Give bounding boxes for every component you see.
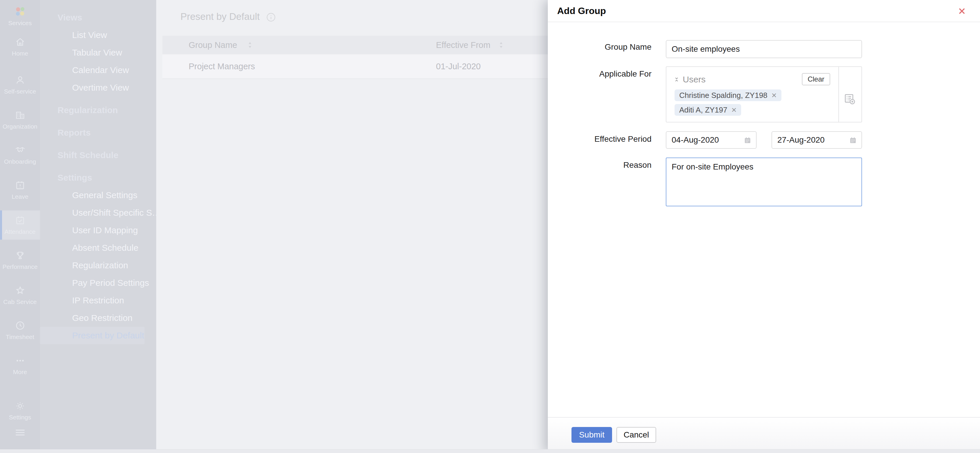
drawer-header: Add Group: [548, 0, 980, 22]
rail-item-services[interactable]: Services: [0, 2, 40, 31]
user-chip: Aditi A, ZY197 ×: [675, 104, 741, 116]
sidenav-header-reports[interactable]: Reports: [40, 124, 156, 142]
sidenav-item-user-id-mapping[interactable]: User ID Mapping: [40, 222, 156, 239]
sort-icon[interactable]: [498, 41, 504, 49]
sidenav-item-overtime-view[interactable]: Overtime View: [40, 79, 156, 96]
rail-item-attendance[interactable]: Attendance: [0, 211, 40, 240]
group-name-input[interactable]: [666, 40, 862, 58]
user-chip-label: Aditi A, ZY197: [679, 105, 727, 115]
rail-item-self-service[interactable]: Self-service: [0, 70, 40, 99]
rail-item-home[interactable]: Home: [0, 32, 40, 61]
settings-gear-icon: [14, 400, 26, 412]
group-name-label: Group Name: [548, 42, 651, 52]
calendar-icon: [849, 136, 858, 145]
sidenav-item-pay-period-settings[interactable]: Pay Period Settings: [40, 274, 156, 292]
close-button[interactable]: [956, 5, 968, 18]
services-logo-icon: [14, 6, 26, 17]
close-icon: [957, 6, 967, 16]
sidenav-header-shift-schedule[interactable]: Shift Schedule: [40, 147, 156, 164]
rail-item-performance[interactable]: Performance: [0, 246, 40, 275]
submit-button[interactable]: Submit: [571, 427, 612, 443]
remove-chip-icon[interactable]: ×: [732, 105, 737, 114]
rail-item-label: Performance: [2, 263, 37, 270]
clear-button[interactable]: Clear: [802, 73, 830, 85]
app-icon-rail: Services Home Self-service Organization …: [0, 0, 40, 453]
effective-period-label: Effective Period: [548, 134, 651, 144]
sidenav-item-absent-schedule[interactable]: Absent Schedule: [40, 239, 156, 257]
timesheet-icon: [14, 320, 26, 331]
rail-item-label: Settings: [9, 414, 31, 421]
rail-item-label: Organization: [3, 123, 37, 130]
sidenav-item-tabular-view[interactable]: Tabular View: [40, 44, 156, 61]
rail-item-cab-service[interactable]: Cab Service: [0, 281, 40, 310]
sidenav-item-user-shift-specific[interactable]: User/Shift Specific S…: [40, 204, 156, 222]
organization-icon: [14, 110, 26, 121]
sidenav-item-general-settings[interactable]: General Settings: [40, 187, 156, 204]
rail-item-label: Timesheet: [6, 333, 34, 340]
calendar-icon: [743, 136, 752, 145]
onboarding-icon: [14, 145, 26, 156]
collapse-menu-button[interactable]: [0, 423, 40, 442]
applicable-for-selection: Users Clear Christine Spalding, ZY198 × …: [667, 67, 839, 122]
sidenav-item-regularization[interactable]: Regularization: [40, 257, 156, 274]
performance-icon: [14, 250, 26, 261]
add-group-drawer: Add Group Group Name Applicable For User…: [548, 0, 980, 453]
rail-item-label: Onboarding: [4, 158, 36, 165]
rail-item-label: Services: [8, 19, 32, 27]
applicable-type-selector[interactable]: Users: [673, 75, 705, 85]
attendance-sidenav: Views List View Tabular View Calendar Vi…: [40, 0, 156, 453]
rail-item-label: More: [13, 368, 27, 376]
drawer-title: Add Group: [557, 6, 606, 16]
info-icon[interactable]: [266, 12, 277, 23]
sidenav-item-geo-restriction[interactable]: Geo Restriction: [40, 309, 156, 327]
sidenav-item-calendar-view[interactable]: Calendar View: [40, 61, 156, 79]
window-bottom-edge: [0, 449, 980, 453]
reason-label: Reason: [548, 160, 651, 170]
more-icon: [14, 355, 26, 366]
cell-group-name: Project Managers: [189, 62, 255, 71]
rail-item-label: Cab Service: [3, 298, 37, 305]
sidenav-header-views[interactable]: Views: [40, 9, 156, 26]
rail-item-label: Self-service: [4, 88, 36, 95]
list-add-icon: [843, 93, 856, 106]
sidenav-item-list-view[interactable]: List View: [40, 26, 156, 44]
effective-from-value: 04-Aug-2020: [671, 135, 719, 145]
hamburger-icon: [14, 428, 26, 437]
rail-item-label: Leave: [12, 193, 28, 200]
rail-item-timesheet[interactable]: Timesheet: [0, 316, 40, 345]
rail-item-settings[interactable]: Settings: [0, 396, 40, 425]
cab-service-icon: [14, 285, 26, 296]
user-chip-label: Christine Spalding, ZY198: [679, 91, 767, 100]
applicable-for-label: Applicable For: [548, 69, 651, 79]
sidenav-header-settings[interactable]: Settings: [40, 169, 156, 187]
effective-to-value: 27-Aug-2020: [777, 135, 825, 145]
column-header-effective-from[interactable]: Effective From: [436, 40, 490, 50]
user-chip: Christine Spalding, ZY198 ×: [675, 89, 781, 101]
applicable-type-label: Users: [683, 75, 705, 85]
attendance-icon: [14, 215, 26, 226]
leave-icon: [14, 180, 26, 191]
reason-textarea[interactable]: For on-site Employees: [666, 158, 862, 206]
rail-item-more[interactable]: More: [0, 351, 40, 380]
chevron-updown-icon: [673, 75, 680, 84]
effective-from-date-field[interactable]: 04-Aug-2020: [666, 131, 757, 149]
sort-icon[interactable]: [247, 41, 253, 49]
sidenav-item-present-by-default[interactable]: Present by Default: [40, 327, 145, 344]
rail-item-label: Home: [12, 50, 28, 57]
sidenav-item-ip-restriction[interactable]: IP Restriction: [40, 292, 156, 309]
column-header-group-name[interactable]: Group Name: [189, 40, 237, 50]
rail-item-organization[interactable]: Organization: [0, 105, 40, 134]
cancel-button[interactable]: Cancel: [616, 427, 656, 443]
rail-item-onboarding[interactable]: Onboarding: [0, 140, 40, 169]
effective-to-date-field[interactable]: 27-Aug-2020: [772, 131, 862, 149]
rail-item-leave[interactable]: Leave: [0, 175, 40, 204]
drawer-footer: Submit Cancel: [548, 417, 980, 453]
pick-from-list-button[interactable]: [843, 92, 857, 106]
page-title: Present by Default: [180, 11, 259, 22]
remove-chip-icon[interactable]: ×: [772, 91, 777, 100]
sidenav-header-regularization[interactable]: Regularization: [40, 101, 156, 119]
home-icon: [14, 37, 26, 48]
self-service-icon: [14, 75, 26, 86]
cell-effective-from: 01-Jul-2020: [436, 62, 480, 71]
rail-item-label: Attendance: [5, 228, 35, 235]
